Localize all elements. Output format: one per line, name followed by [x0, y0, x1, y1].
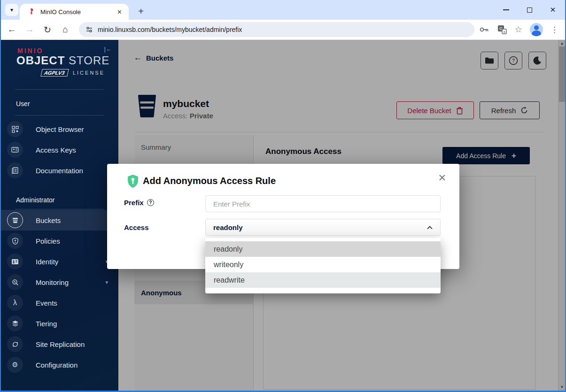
- sidebar-item-site-replication[interactable]: Site Replication: [1, 334, 118, 354]
- new-tab-button[interactable]: +: [134, 5, 147, 18]
- browser-tab[interactable]: MinIO Console ✕: [20, 4, 129, 20]
- license-row: AGPLV3 LICENSE: [16, 69, 105, 77]
- access-select-value: readonly: [213, 223, 427, 231]
- divider: [15, 89, 104, 90]
- reload-button[interactable]: ↻: [40, 23, 54, 37]
- access-options-dropdown: readonly writeonly readwrite: [205, 238, 441, 293]
- access-keys-icon: [7, 142, 23, 158]
- section-administrator: Administrator: [16, 196, 54, 204]
- prefix-help-icon[interactable]: ?: [147, 199, 154, 206]
- minio-favicon-icon: [28, 8, 35, 15]
- sidebar-item-events[interactable]: λ Events: [1, 292, 118, 313]
- browser-menu-icon[interactable]: ⋮: [550, 25, 558, 35]
- option-readwrite[interactable]: readwrite: [205, 272, 441, 288]
- bucket-icon: [7, 212, 23, 228]
- logo-store: STORE: [69, 54, 109, 67]
- maximize-button[interactable]: [526, 6, 533, 14]
- window-controls: ✕: [502, 0, 557, 20]
- gear-icon: ⚙: [7, 357, 23, 373]
- layers-icon: [7, 315, 23, 331]
- sidebar: |← MINIO OBJECT STORE AGPLV3 LICENSE Use…: [1, 40, 118, 391]
- browser-toolbar: ← → ↻ ⌂ minio.linuxsb.com/buckets/mybuck…: [1, 20, 565, 40]
- tab-title: MinIO Console: [40, 8, 115, 15]
- tab-strip: ▾ MinIO Console ✕ + ✕: [1, 0, 565, 20]
- sidebar-item-access-keys[interactable]: Access Keys: [1, 139, 118, 160]
- identity-card-icon: [7, 254, 23, 269]
- chevron-up-icon: [427, 226, 433, 230]
- add-anonymous-access-rule-modal: Add Anonymous Access Rule ✕ Prefix ? Acc…: [107, 164, 459, 269]
- access-select[interactable]: readonly: [205, 219, 441, 236]
- profile-avatar[interactable]: [530, 23, 543, 36]
- bookmark-star-icon[interactable]: ☆: [515, 24, 522, 35]
- sidebar-item-identity[interactable]: Identity ▾: [1, 251, 118, 272]
- tab-search-button[interactable]: ▾: [5, 4, 18, 16]
- sidebar-item-object-browser[interactable]: Object Browser: [1, 119, 118, 139]
- site-settings-icon: [85, 26, 93, 33]
- logo-object: OBJECT: [16, 54, 65, 67]
- modal-title: Add Anonymous Access Rule: [143, 176, 276, 186]
- sidebar-item-monitoring[interactable]: Monitoring ▾: [1, 272, 118, 292]
- shield-key-icon: [127, 174, 139, 190]
- modal-close-icon[interactable]: ✕: [438, 172, 446, 184]
- shield-icon: [7, 233, 23, 249]
- sidebar-item-tiering[interactable]: Tiering: [1, 313, 118, 334]
- forward-button[interactable]: →: [23, 23, 37, 37]
- divider: [15, 115, 104, 115]
- access-label: Access: [124, 223, 149, 231]
- replication-sync-icon: [7, 336, 23, 352]
- password-key-icon[interactable]: [479, 24, 489, 35]
- prefix-label: Prefix ?: [124, 199, 154, 207]
- chevron-down-icon: ▾: [10, 7, 13, 13]
- object-browser-icon: [7, 121, 23, 137]
- home-button[interactable]: ⌂: [58, 23, 72, 37]
- divider: [15, 209, 104, 209]
- logo-product: OBJECT STORE: [16, 54, 109, 67]
- section-user: User: [16, 100, 30, 108]
- sidebar-collapse-icon[interactable]: |←: [104, 46, 112, 53]
- option-readonly[interactable]: readonly: [205, 241, 441, 257]
- lambda-icon: λ: [7, 295, 23, 311]
- license-label: LICENSE: [73, 70, 105, 76]
- sidebar-item-documentation[interactable]: Documentation: [1, 160, 118, 181]
- tab-close-icon[interactable]: ✕: [115, 8, 124, 16]
- minimize-button[interactable]: [502, 6, 510, 14]
- url-text: minio.linuxsb.com/buckets/mybucket/admin…: [98, 26, 242, 33]
- maximize-icon: [527, 8, 532, 13]
- documentation-icon: [7, 162, 23, 178]
- sidebar-item-buckets[interactable]: Buckets: [1, 210, 118, 231]
- minio-brand: MINIO: [17, 47, 43, 54]
- translate-icon[interactable]: G a: [497, 24, 507, 35]
- monitoring-icon: [7, 274, 23, 290]
- minimize-icon: [503, 9, 509, 10]
- sidebar-item-policies[interactable]: Policies: [1, 231, 118, 251]
- option-writeonly[interactable]: writeonly: [205, 257, 441, 272]
- chevron-down-icon[interactable]: ▾: [105, 279, 108, 285]
- prefix-input[interactable]: [205, 195, 441, 212]
- url-bar[interactable]: minio.linuxsb.com/buckets/mybucket/admin…: [79, 22, 474, 37]
- toolbar-right: G a ☆ ⋮: [479, 23, 558, 36]
- browser-window: ▾ MinIO Console ✕ + ✕ ← → ↻ ⌂: [0, 0, 566, 392]
- app-area: |← MINIO OBJECT STORE AGPLV3 LICENSE Use…: [1, 40, 565, 391]
- close-button[interactable]: ✕: [549, 6, 557, 14]
- sidebar-item-configuration[interactable]: ⚙ Configuration: [1, 354, 118, 375]
- back-button[interactable]: ←: [5, 23, 19, 37]
- agpl-badge: AGPLV3: [40, 69, 69, 77]
